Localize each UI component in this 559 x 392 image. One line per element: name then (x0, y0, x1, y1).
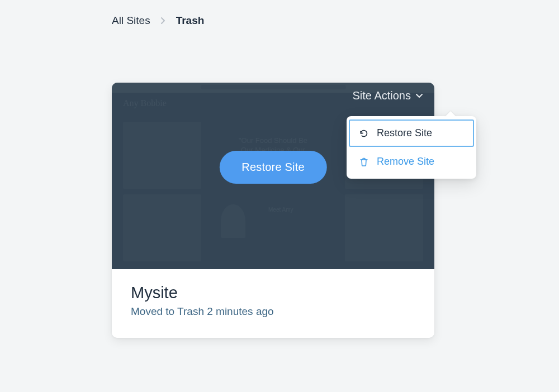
chevron-right-icon (160, 17, 166, 25)
site-actions-dropdown[interactable]: Site Actions (352, 89, 423, 102)
chevron-down-icon (415, 93, 423, 99)
breadcrumb-root-link[interactable]: All Sites (112, 15, 150, 27)
breadcrumb-current: Trash (176, 15, 205, 27)
site-actions-menu: Restore Site Remove Site (347, 116, 476, 179)
menu-item-remove-label: Remove Site (377, 156, 434, 168)
breadcrumb: All Sites Trash (112, 15, 204, 27)
menu-item-restore-label: Restore Site (377, 127, 432, 139)
site-card-footer: Mysite Moved to Trash 2 minutes ago (112, 269, 434, 338)
restore-icon (359, 128, 369, 138)
site-name: Mysite (131, 284, 415, 302)
site-card: Any Bobbie "Our Food Should Be Our Medic… (112, 83, 434, 338)
menu-item-restore[interactable]: Restore Site (349, 119, 474, 147)
site-actions-label: Site Actions (352, 89, 411, 102)
menu-item-remove[interactable]: Remove Site (349, 148, 474, 175)
site-status: Moved to Trash 2 minutes ago (131, 305, 415, 318)
restore-site-button[interactable]: Restore Site (219, 151, 326, 184)
trash-icon (359, 157, 369, 167)
